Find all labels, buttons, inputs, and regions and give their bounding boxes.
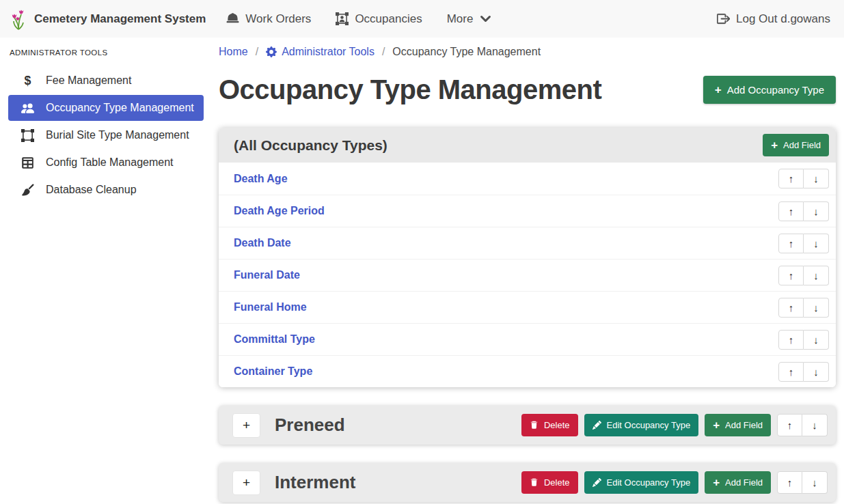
logout-button[interactable]: Log Out d.gowans	[717, 12, 830, 26]
plus-icon: +	[713, 419, 720, 431]
field-link[interactable]: Funeral Date	[234, 269, 300, 281]
add-occupancy-type-button[interactable]: + Add Occupancy Type	[703, 76, 836, 104]
reorder-controls: ↑ ↓	[778, 330, 829, 350]
occupancy-type-section-preneed: + Preneed Delete Edit Occupancy Type + A…	[219, 406, 836, 445]
move-down-button[interactable]: ↓	[804, 298, 829, 318]
move-down-button[interactable]: ↓	[804, 234, 829, 253]
field-row-death-age: Death Age ↑ ↓	[219, 163, 836, 195]
move-up-button[interactable]: ↑	[777, 471, 802, 494]
tulip-logo-icon	[10, 8, 27, 30]
dollar-icon: $	[19, 74, 36, 87]
breadcrumb-item-occupancy-type-management: Occupancy Type Management	[392, 46, 541, 58]
plus-icon: +	[713, 477, 720, 488]
move-up-button[interactable]: ↑	[778, 201, 804, 221]
move-up-button[interactable]: ↑	[778, 266, 804, 285]
move-up-button[interactable]: ↑	[778, 298, 804, 318]
move-down-button[interactable]: ↓	[804, 169, 829, 188]
field-row-committal-type: Committal Type ↑ ↓	[219, 323, 836, 355]
sidebar-item-label: Config Table Management	[46, 156, 174, 169]
move-down-button[interactable]: ↓	[804, 330, 829, 350]
reorder-controls: ↑ ↓	[778, 234, 829, 253]
sidebar-item-burial-site-type-management[interactable]: Burial Site Type Management	[8, 122, 204, 148]
reorder-controls: ↑ ↓	[777, 414, 828, 436]
breadcrumb: Home/Administrator Tools/Occupancy Type …	[219, 38, 836, 58]
gear-icon	[266, 46, 277, 57]
reorder-controls: ↑ ↓	[778, 169, 829, 188]
field-link[interactable]: Committal Type	[234, 333, 315, 346]
expand-button[interactable]: +	[232, 471, 260, 495]
nav-item-label: Work Orders	[245, 12, 311, 26]
reorder-controls: ↑ ↓	[778, 266, 829, 285]
navbar-right: Log Out d.gowans	[717, 12, 830, 26]
trash-icon	[530, 478, 539, 487]
move-down-button[interactable]: ↓	[804, 266, 829, 285]
breadcrumb-item-administrator-tools[interactable]: Administrator Tools	[266, 46, 375, 58]
section-actions: Delete Edit Occupancy Type + Add Field ↑…	[521, 471, 828, 494]
breadcrumb-separator: /	[382, 46, 385, 58]
main-content: Home/Administrator Tools/Occupancy Type …	[219, 38, 836, 502]
delete-button[interactable]: Delete	[521, 471, 578, 494]
section-title: Preneed	[275, 415, 521, 436]
field-row-container-type: Container Type ↑ ↓	[219, 355, 836, 387]
nav-item-work-orders[interactable]: Work Orders	[226, 12, 311, 26]
expand-button[interactable]: +	[232, 413, 260, 438]
pencil-icon	[593, 421, 601, 430]
delete-button[interactable]: Delete	[521, 414, 578, 436]
sidebar-item-database-cleanup[interactable]: Database Cleanup	[8, 177, 204, 203]
occupancy-type-section-interment: + Interment Delete Edit Occupancy Type +…	[219, 463, 836, 502]
move-down-button[interactable]: ↓	[802, 471, 828, 494]
add-field-button[interactable]: + Add Field	[705, 471, 771, 494]
page-title-row: Occupancy Type Management + Add Occupanc…	[219, 72, 836, 107]
add-field-button[interactable]: + Add Field	[763, 134, 829, 156]
sidebar: ADMINISTRATOR TOOLS $ Fee Management Occ…	[0, 38, 212, 204]
field-link[interactable]: Container Type	[234, 365, 312, 378]
field-link[interactable]: Death Age Period	[234, 205, 325, 217]
move-up-button[interactable]: ↑	[778, 362, 804, 382]
section-actions: Delete Edit Occupancy Type + Add Field ↑…	[521, 414, 828, 436]
move-down-button[interactable]: ↓	[804, 362, 829, 382]
section-title: Interment	[275, 472, 521, 493]
breadcrumb-label: Administrator Tools	[282, 46, 375, 58]
table-icon	[19, 156, 36, 169]
field-row-funeral-date: Funeral Date ↑ ↓	[219, 259, 836, 291]
nav-item-more[interactable]: More	[447, 12, 493, 26]
move-up-button[interactable]: ↑	[778, 169, 804, 188]
sidebar-item-config-table-management[interactable]: Config Table Management	[8, 150, 204, 176]
field-link[interactable]: Death Date	[234, 237, 291, 249]
move-down-button[interactable]: ↓	[802, 414, 828, 436]
breadcrumb-item-home[interactable]: Home	[219, 46, 248, 58]
field-row-death-date: Death Date ↑ ↓	[219, 227, 836, 259]
edit-occupancy-type-button[interactable]: Edit Occupancy Type	[584, 414, 699, 436]
person-frame-icon	[336, 12, 349, 25]
breadcrumb-label: Occupancy Type Management	[392, 46, 541, 58]
nav-item-occupancies[interactable]: Occupancies	[336, 12, 422, 26]
move-up-button[interactable]: ↑	[778, 330, 804, 350]
svg-text:$: $	[24, 74, 31, 87]
reorder-controls: ↑ ↓	[778, 362, 829, 382]
move-up-button[interactable]: ↑	[778, 234, 804, 253]
plus-icon: +	[715, 84, 722, 96]
sidebar-item-label: Burial Site Type Management	[46, 129, 189, 141]
nav-item-label: More	[447, 12, 474, 26]
sidebar-item-label: Database Cleanup	[46, 184, 137, 196]
sidebar-item-label: Fee Management	[46, 74, 131, 87]
move-up-button[interactable]: ↑	[777, 414, 802, 436]
sidebar-item-fee-management[interactable]: $ Fee Management	[8, 68, 204, 94]
move-down-button[interactable]: ↓	[804, 201, 829, 221]
field-row-death-age-period: Death Age Period ↑ ↓	[219, 195, 836, 227]
navbar-links: Work Orders Occupancies More	[226, 12, 492, 26]
add-field-button[interactable]: + Add Field	[705, 414, 771, 436]
edit-occupancy-type-button[interactable]: Edit Occupancy Type	[584, 471, 699, 494]
all-occupancy-types-panel: (All Occupancy Types) + Add Field Death …	[219, 128, 836, 387]
sidebar-heading: ADMINISTRATOR TOOLS	[0, 38, 212, 66]
sign-out-icon	[717, 12, 730, 25]
field-link[interactable]: Funeral Home	[234, 301, 307, 313]
top-navbar: Cemetery Management System Work Orders O…	[0, 0, 844, 38]
app-brand[interactable]: Cemetery Management System	[10, 8, 206, 30]
app-title: Cemetery Management System	[34, 12, 206, 26]
sidebar-item-label: Occupancy Type Management	[46, 102, 194, 114]
field-link[interactable]: Death Age	[234, 173, 288, 185]
breadcrumb-label: Home	[219, 46, 248, 58]
sidebar-item-occupancy-type-management[interactable]: Occupancy Type Management	[8, 95, 204, 121]
reorder-controls: ↑ ↓	[778, 201, 829, 221]
